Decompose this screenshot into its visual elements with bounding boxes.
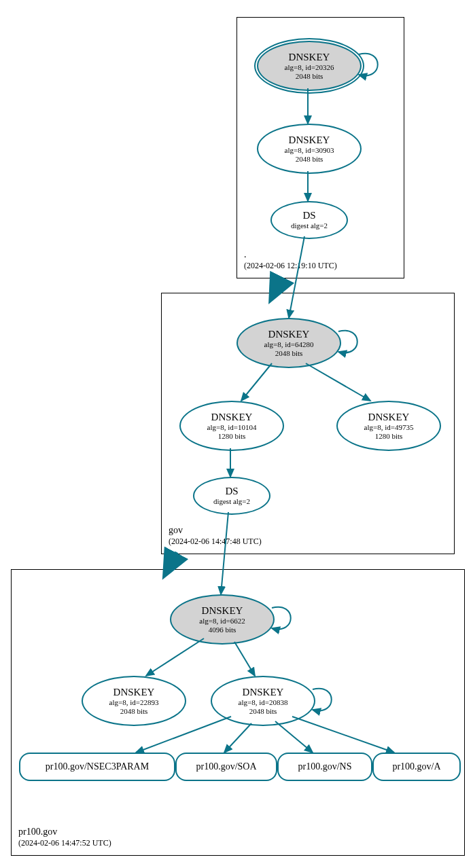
node-title: DS <box>302 210 315 221</box>
zone-pr100-timestamp: (2024-02-06 14:47:52 UTC) <box>18 838 111 848</box>
node-title: DNSKEY <box>268 329 310 340</box>
node-line1: alg=8, id=22893 <box>109 698 159 706</box>
zone-gov-name: gov <box>169 525 183 536</box>
node-line1: alg=8, id=10104 <box>207 423 257 431</box>
node-line2: 2048 bits <box>296 72 323 80</box>
node-root-ds: DS digest alg=2 <box>270 201 348 239</box>
node-line1: alg=8, id=64280 <box>264 340 314 348</box>
node-title: DNSKEY <box>289 134 330 146</box>
node-title: DNSKEY <box>368 412 410 423</box>
node-line1: alg=8, id=49735 <box>364 423 414 431</box>
rr-ns: pr100.gov/NS <box>277 753 372 781</box>
node-pr100-zsk2: DNSKEY alg=8, id=20838 2048 bits <box>211 676 315 726</box>
node-line2: 2048 bits <box>120 707 148 715</box>
node-title: DNSKEY <box>289 52 330 63</box>
svg-line-8 <box>169 552 177 568</box>
zone-root-name: . <box>244 249 247 260</box>
node-title: DNSKEY <box>113 687 155 698</box>
node-line1: alg=8, id=30903 <box>285 146 334 154</box>
node-line2: 1280 bits <box>218 432 246 440</box>
rr-a: pr100.gov/A <box>372 753 461 781</box>
node-root-ksk: DNSKEY alg=8, id=20326 2048 bits <box>257 41 362 91</box>
node-line1: digest alg=2 <box>291 221 328 230</box>
rr-nsec3param: pr100.gov/NSEC3PARAM <box>19 753 175 781</box>
rr-soa: pr100.gov/SOA <box>175 753 277 781</box>
zone-root-timestamp: (2024-02-06 12:19:10 UTC) <box>244 261 337 271</box>
node-title: DNSKEY <box>202 605 243 617</box>
zone-gov-timestamp: (2024-02-06 14:47:48 UTC) <box>169 537 262 547</box>
node-gov-zsk2: DNSKEY alg=8, id=49735 1280 bits <box>336 401 441 451</box>
node-root-zsk: DNSKEY alg=8, id=30903 2048 bits <box>257 124 362 174</box>
node-gov-zsk1: DNSKEY alg=8, id=10104 1280 bits <box>179 401 284 451</box>
node-line2: 2048 bits <box>296 155 323 163</box>
node-pr100-ksk: DNSKEY alg=8, id=6622 4096 bits <box>170 594 275 645</box>
node-line2: 4096 bits <box>209 626 236 634</box>
node-line2: 1280 bits <box>375 432 403 440</box>
node-gov-ds: DS digest alg=2 <box>193 477 270 515</box>
node-title: DNSKEY <box>211 412 253 423</box>
node-line1: digest alg=2 <box>213 497 250 505</box>
zone-pr100-name: pr100.gov <box>18 827 57 837</box>
node-line2: 2048 bits <box>249 707 277 715</box>
node-line1: alg=8, id=20326 <box>285 63 334 71</box>
node-title: DS <box>225 486 238 497</box>
node-line1: alg=8, id=6622 <box>199 617 245 625</box>
node-title: DNSKEY <box>243 687 284 698</box>
svg-line-3 <box>275 277 282 292</box>
node-line1: alg=8, id=20838 <box>239 698 288 706</box>
node-pr100-zsk1: DNSKEY alg=8, id=22893 2048 bits <box>82 676 186 726</box>
node-line2: 2048 bits <box>275 349 303 357</box>
node-gov-ksk: DNSKEY alg=8, id=64280 2048 bits <box>236 318 341 368</box>
